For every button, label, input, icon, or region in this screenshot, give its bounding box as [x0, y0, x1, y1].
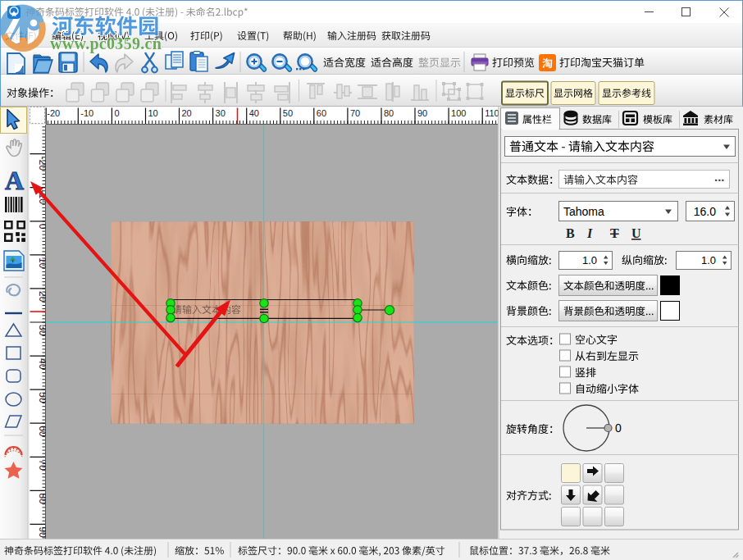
svg-text:70: 70 [350, 108, 360, 118]
svg-text:1.0: 1.0 [701, 254, 716, 266]
svg-text:0: 0 [114, 108, 119, 118]
svg-text:T: T [610, 226, 619, 240]
svg-text:A: A [5, 166, 24, 195]
svg-text:-10: -10 [80, 108, 93, 118]
svg-text:10: 10 [148, 108, 158, 118]
svg-text:1.0: 1.0 [582, 254, 597, 266]
svg-text:90: 90 [417, 108, 427, 118]
svg-text:20: 20 [182, 108, 192, 118]
svg-text:110: 110 [485, 108, 499, 118]
svg-text:50: 50 [283, 108, 293, 118]
svg-text:Tahoma: Tahoma [563, 205, 604, 218]
svg-text:60: 60 [317, 108, 326, 118]
svg-text:0: 0 [615, 421, 622, 435]
svg-text:16.0: 16.0 [694, 205, 716, 218]
svg-text:40: 40 [249, 108, 259, 118]
svg-text:...: ... [714, 170, 725, 184]
svg-text:www.pc0359.cn: www.pc0359.cn [50, 34, 162, 53]
svg-text:B: B [566, 226, 575, 240]
svg-text:U: U [631, 226, 641, 240]
svg-text:100: 100 [451, 108, 466, 118]
svg-text:-20: -20 [47, 108, 60, 118]
svg-text:30: 30 [216, 108, 226, 118]
svg-text:80: 80 [384, 108, 394, 118]
svg-text:I: I [586, 226, 593, 240]
